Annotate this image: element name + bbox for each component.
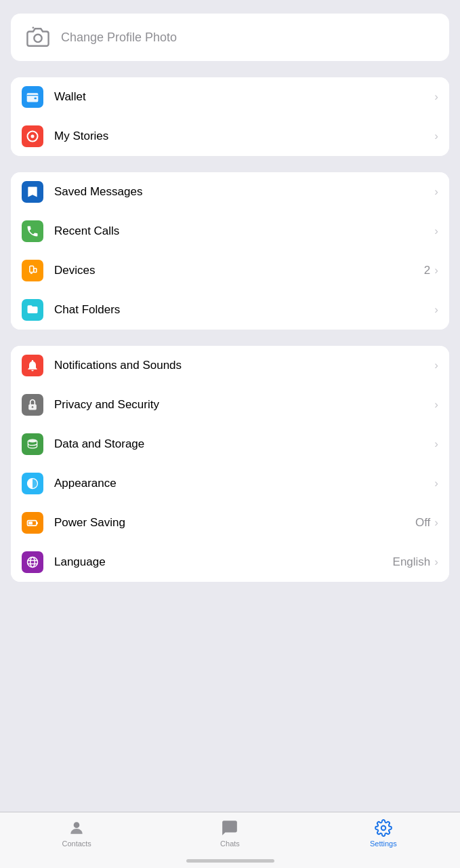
svg-rect-6	[30, 266, 34, 272]
chats-tab-icon	[221, 819, 238, 837]
chats-tab-label: Chats	[220, 840, 240, 848]
devices-chevron: ›	[434, 264, 438, 277]
chat-folders-icon	[22, 299, 43, 321]
change-profile-photo-button[interactable]: Change Profile Photo	[11, 14, 449, 61]
my-stories-chevron: ›	[434, 130, 438, 143]
devices-icon	[22, 260, 43, 281]
notifications-item[interactable]: Notifications and Sounds ›	[11, 346, 449, 385]
power-saving-chevron: ›	[434, 516, 438, 530]
svg-rect-15	[28, 521, 33, 524]
saved-messages-label: Saved Messages	[54, 185, 434, 199]
svg-point-5	[31, 135, 35, 138]
power-saving-label: Power Saving	[54, 516, 415, 530]
privacy-item[interactable]: Privacy and Security ›	[11, 385, 449, 425]
settings-tab-label: Settings	[370, 840, 397, 848]
language-item[interactable]: Language English ›	[11, 542, 449, 582]
power-saving-value: Off	[415, 516, 430, 530]
wallet-label: Wallet	[54, 90, 434, 104]
wallet-chevron: ›	[434, 90, 438, 104]
svg-point-20	[74, 822, 80, 828]
appearance-icon	[22, 473, 43, 494]
language-icon	[22, 551, 43, 573]
power-saving-icon	[22, 512, 43, 534]
svg-point-0	[34, 35, 41, 42]
recent-calls-icon	[22, 220, 43, 242]
svg-rect-2	[27, 93, 39, 102]
contacts-tab-label: Contacts	[62, 840, 91, 848]
data-storage-item[interactable]: Data and Storage ›	[11, 425, 449, 464]
privacy-icon	[22, 394, 43, 416]
saved-messages-item[interactable]: Saved Messages ›	[11, 172, 449, 212]
data-storage-chevron: ›	[434, 437, 438, 451]
appearance-item[interactable]: Appearance ›	[11, 464, 449, 503]
language-label: Language	[54, 555, 393, 569]
appearance-chevron: ›	[434, 477, 438, 490]
data-storage-icon	[22, 433, 43, 455]
wallet-item[interactable]: Wallet ›	[11, 77, 449, 117]
tab-chats[interactable]: Chats	[153, 819, 306, 848]
notifications-chevron: ›	[434, 359, 438, 372]
devices-label: Devices	[54, 264, 424, 277]
language-chevron: ›	[434, 555, 438, 569]
recent-calls-label: Recent Calls	[54, 224, 434, 238]
svg-point-11	[28, 439, 37, 443]
camera-icon	[24, 24, 51, 51]
svg-point-17	[30, 557, 35, 568]
recent-calls-chevron: ›	[434, 224, 438, 238]
notifications-label: Notifications and Sounds	[54, 359, 434, 372]
tab-settings[interactable]: Settings	[307, 819, 460, 848]
svg-rect-7	[34, 269, 37, 273]
recent-calls-item[interactable]: Recent Calls ›	[11, 212, 449, 251]
change-profile-photo-label: Change Profile Photo	[61, 31, 177, 45]
power-saving-item[interactable]: Power Saving Off ›	[11, 503, 449, 542]
section-wallet-stories: Wallet › My Stories ›	[11, 77, 449, 156]
devices-item[interactable]: Devices 2 ›	[11, 251, 449, 290]
contacts-tab-icon	[68, 819, 85, 837]
svg-point-16	[28, 557, 38, 568]
svg-point-21	[381, 826, 386, 831]
svg-rect-3	[35, 98, 37, 100]
saved-messages-icon	[22, 181, 43, 203]
language-value: English	[393, 555, 431, 569]
my-stories-label: My Stories	[54, 130, 434, 143]
chat-folders-item[interactable]: Chat Folders ›	[11, 290, 449, 330]
my-stories-item[interactable]: My Stories ›	[11, 117, 449, 156]
svg-point-10	[32, 406, 34, 408]
devices-value: 2	[424, 264, 430, 277]
chat-folders-chevron: ›	[434, 303, 438, 317]
chat-folders-label: Chat Folders	[54, 303, 434, 317]
saved-messages-chevron: ›	[434, 185, 438, 199]
notifications-icon	[22, 355, 43, 376]
my-stories-icon	[22, 125, 43, 147]
section-settings: Notifications and Sounds › Privacy and S…	[11, 346, 449, 582]
data-storage-label: Data and Storage	[54, 437, 434, 451]
section-main-features: Saved Messages › Recent Calls › Device	[11, 172, 449, 330]
tab-contacts[interactable]: Contacts	[0, 819, 153, 848]
privacy-label: Privacy and Security	[54, 398, 434, 412]
wallet-icon	[22, 86, 43, 108]
settings-tab-icon	[375, 819, 392, 837]
privacy-chevron: ›	[434, 398, 438, 412]
home-indicator	[186, 859, 274, 863]
appearance-label: Appearance	[54, 477, 434, 490]
